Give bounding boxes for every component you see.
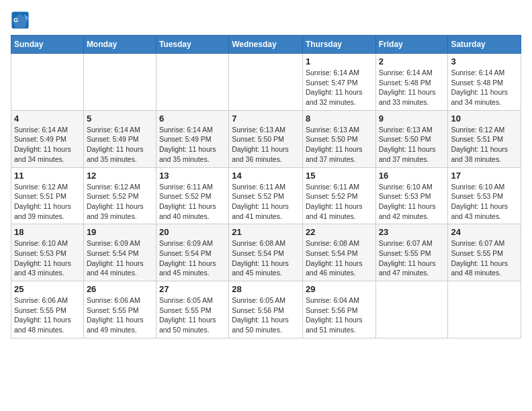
- calendar-cell: 13Sunrise: 6:11 AMSunset: 5:52 PMDayligh…: [156, 167, 228, 224]
- day-info: Sunrise: 6:07 AMSunset: 5:55 PMDaylight:…: [451, 238, 518, 278]
- day-number: 19: [87, 227, 153, 237]
- logo: G: [11, 11, 32, 30]
- day-number: 20: [159, 227, 226, 237]
- calendar-table: SundayMondayTuesdayWednesdayThursdayFrid…: [11, 35, 521, 338]
- day-info: Sunrise: 6:11 AMSunset: 5:52 PMDaylight:…: [306, 182, 373, 222]
- day-info: Sunrise: 6:08 AMSunset: 5:54 PMDaylight:…: [232, 238, 300, 278]
- day-number: 13: [159, 171, 226, 181]
- calendar-cell: 29Sunrise: 6:04 AMSunset: 5:56 PMDayligh…: [302, 281, 375, 338]
- calendar-week-3: 11Sunrise: 6:12 AMSunset: 5:51 PMDayligh…: [11, 167, 521, 224]
- calendar-cell: [229, 54, 303, 111]
- header-sunday: Sunday: [11, 36, 84, 54]
- calendar-cell: 1Sunrise: 6:14 AMSunset: 5:47 PMDaylight…: [302, 54, 375, 111]
- header-tuesday: Tuesday: [156, 36, 228, 54]
- day-number: 12: [87, 171, 153, 181]
- calendar-cell: 18Sunrise: 6:10 AMSunset: 5:53 PMDayligh…: [11, 224, 84, 281]
- day-info: Sunrise: 6:14 AMSunset: 5:48 PMDaylight:…: [451, 68, 518, 107]
- day-number: 5: [87, 113, 153, 124]
- header-wednesday: Wednesday: [229, 36, 303, 54]
- header-friday: Friday: [375, 36, 448, 54]
- day-number: 11: [14, 171, 81, 181]
- day-number: 18: [14, 227, 81, 237]
- day-info: Sunrise: 6:06 AMSunset: 5:55 PMDaylight:…: [87, 295, 153, 335]
- calendar-cell: 6Sunrise: 6:14 AMSunset: 5:49 PMDaylight…: [156, 110, 228, 167]
- calendar-cell: 17Sunrise: 6:10 AMSunset: 5:53 PMDayligh…: [448, 167, 521, 224]
- calendar-week-5: 25Sunrise: 6:06 AMSunset: 5:55 PMDayligh…: [11, 281, 521, 338]
- day-info: Sunrise: 6:13 AMSunset: 5:50 PMDaylight:…: [306, 125, 373, 165]
- calendar-cell: 27Sunrise: 6:05 AMSunset: 5:55 PMDayligh…: [156, 281, 228, 338]
- header-monday: Monday: [83, 36, 156, 54]
- day-number: 7: [232, 113, 300, 124]
- day-number: 28: [232, 284, 300, 294]
- calendar-week-4: 18Sunrise: 6:10 AMSunset: 5:53 PMDayligh…: [11, 224, 521, 281]
- day-number: 2: [379, 56, 445, 66]
- calendar-cell: 22Sunrise: 6:08 AMSunset: 5:54 PMDayligh…: [302, 224, 375, 281]
- day-number: 8: [306, 113, 373, 124]
- calendar-cell: 23Sunrise: 6:07 AMSunset: 5:55 PMDayligh…: [375, 224, 448, 281]
- day-info: Sunrise: 6:09 AMSunset: 5:54 PMDaylight:…: [87, 238, 153, 278]
- calendar-cell: 15Sunrise: 6:11 AMSunset: 5:52 PMDayligh…: [302, 167, 375, 224]
- day-number: 1: [306, 56, 373, 66]
- day-info: Sunrise: 6:13 AMSunset: 5:50 PMDaylight:…: [379, 125, 445, 165]
- calendar-cell: [83, 54, 156, 111]
- day-info: Sunrise: 6:11 AMSunset: 5:52 PMDaylight:…: [159, 182, 226, 222]
- day-info: Sunrise: 6:07 AMSunset: 5:55 PMDaylight:…: [379, 238, 445, 278]
- day-number: 23: [379, 227, 445, 237]
- day-number: 17: [451, 171, 518, 181]
- calendar-cell: [375, 281, 448, 338]
- day-info: Sunrise: 6:12 AMSunset: 5:52 PMDaylight:…: [87, 182, 153, 222]
- day-number: 4: [14, 113, 81, 124]
- header-thursday: Thursday: [302, 36, 375, 54]
- day-info: Sunrise: 6:10 AMSunset: 5:53 PMDaylight:…: [451, 182, 518, 222]
- calendar-cell: 9Sunrise: 6:13 AMSunset: 5:50 PMDaylight…: [375, 110, 448, 167]
- day-info: Sunrise: 6:09 AMSunset: 5:54 PMDaylight:…: [159, 238, 226, 278]
- day-number: 29: [306, 284, 373, 294]
- calendar-cell: 14Sunrise: 6:11 AMSunset: 5:52 PMDayligh…: [229, 167, 303, 224]
- day-number: 22: [306, 227, 373, 237]
- day-info: Sunrise: 6:14 AMSunset: 5:49 PMDaylight:…: [14, 125, 81, 165]
- day-info: Sunrise: 6:12 AMSunset: 5:51 PMDaylight:…: [14, 182, 81, 222]
- calendar-cell: 11Sunrise: 6:12 AMSunset: 5:51 PMDayligh…: [11, 167, 84, 224]
- day-info: Sunrise: 6:10 AMSunset: 5:53 PMDaylight:…: [379, 182, 445, 222]
- day-number: 25: [14, 284, 81, 294]
- day-number: 10: [451, 113, 518, 124]
- day-number: 26: [87, 284, 153, 294]
- calendar-week-1: 1Sunrise: 6:14 AMSunset: 5:47 PMDaylight…: [11, 54, 521, 111]
- day-info: Sunrise: 6:12 AMSunset: 5:51 PMDaylight:…: [451, 125, 518, 165]
- logo-icon: G: [11, 11, 30, 30]
- day-info: Sunrise: 6:14 AMSunset: 5:49 PMDaylight:…: [87, 125, 153, 165]
- day-info: Sunrise: 6:14 AMSunset: 5:48 PMDaylight:…: [379, 68, 445, 107]
- day-info: Sunrise: 6:11 AMSunset: 5:52 PMDaylight:…: [232, 182, 300, 222]
- day-info: Sunrise: 6:10 AMSunset: 5:53 PMDaylight:…: [14, 238, 81, 278]
- calendar-cell: 25Sunrise: 6:06 AMSunset: 5:55 PMDayligh…: [11, 281, 84, 338]
- calendar-cell: 21Sunrise: 6:08 AMSunset: 5:54 PMDayligh…: [229, 224, 303, 281]
- calendar-header-row: SundayMondayTuesdayWednesdayThursdayFrid…: [11, 36, 521, 54]
- calendar-cell: 8Sunrise: 6:13 AMSunset: 5:50 PMDaylight…: [302, 110, 375, 167]
- calendar-cell: 2Sunrise: 6:14 AMSunset: 5:48 PMDaylight…: [375, 54, 448, 111]
- calendar-cell: 5Sunrise: 6:14 AMSunset: 5:49 PMDaylight…: [83, 110, 156, 167]
- day-info: Sunrise: 6:05 AMSunset: 5:56 PMDaylight:…: [232, 295, 300, 335]
- calendar-cell: [11, 54, 84, 111]
- day-number: 3: [451, 56, 518, 66]
- calendar-week-2: 4Sunrise: 6:14 AMSunset: 5:49 PMDaylight…: [11, 110, 521, 167]
- calendar-cell: 12Sunrise: 6:12 AMSunset: 5:52 PMDayligh…: [83, 167, 156, 224]
- calendar-cell: 19Sunrise: 6:09 AMSunset: 5:54 PMDayligh…: [83, 224, 156, 281]
- calendar-cell: 26Sunrise: 6:06 AMSunset: 5:55 PMDayligh…: [83, 281, 156, 338]
- svg-text:G: G: [13, 17, 18, 24]
- day-number: 27: [159, 284, 226, 294]
- calendar-cell: 28Sunrise: 6:05 AMSunset: 5:56 PMDayligh…: [229, 281, 303, 338]
- day-number: 15: [306, 171, 373, 181]
- calendar-cell: 7Sunrise: 6:13 AMSunset: 5:50 PMDaylight…: [229, 110, 303, 167]
- day-number: 6: [159, 113, 226, 124]
- day-info: Sunrise: 6:04 AMSunset: 5:56 PMDaylight:…: [306, 295, 373, 335]
- day-info: Sunrise: 6:14 AMSunset: 5:47 PMDaylight:…: [306, 68, 373, 107]
- header-saturday: Saturday: [448, 36, 521, 54]
- day-info: Sunrise: 6:05 AMSunset: 5:55 PMDaylight:…: [159, 295, 226, 335]
- day-info: Sunrise: 6:13 AMSunset: 5:50 PMDaylight:…: [232, 125, 300, 165]
- calendar-cell: 10Sunrise: 6:12 AMSunset: 5:51 PMDayligh…: [448, 110, 521, 167]
- calendar-cell: 16Sunrise: 6:10 AMSunset: 5:53 PMDayligh…: [375, 167, 448, 224]
- day-number: 14: [232, 171, 300, 181]
- day-number: 9: [379, 113, 445, 124]
- day-number: 16: [379, 171, 445, 181]
- day-info: Sunrise: 6:14 AMSunset: 5:49 PMDaylight:…: [159, 125, 226, 165]
